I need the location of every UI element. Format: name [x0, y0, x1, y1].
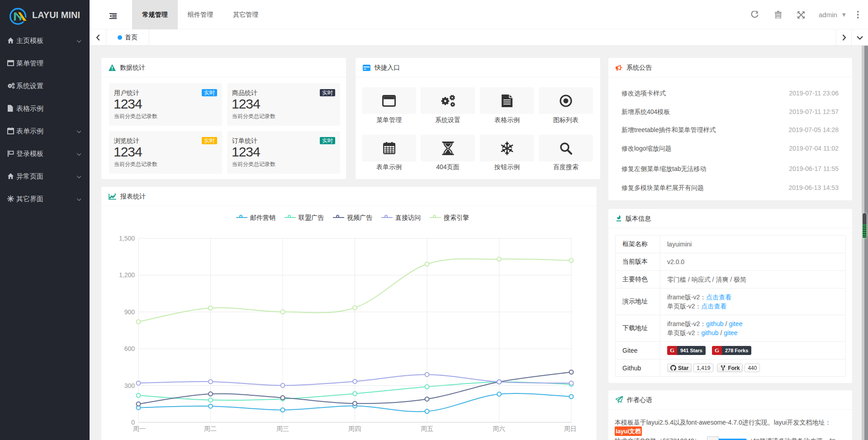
- svg-text:周六: 周六: [493, 425, 505, 432]
- svg-text:周二: 周二: [204, 425, 217, 432]
- svg-text:1,200: 1,200: [119, 271, 135, 279]
- svg-text:900: 900: [124, 308, 135, 316]
- svg-text:周四: 周四: [348, 425, 361, 432]
- svg-text:周一: 周一: [133, 425, 146, 432]
- svg-text:1,500: 1,500: [119, 235, 135, 242]
- svg-text:周五: 周五: [421, 425, 433, 432]
- svg-text:周日: 周日: [564, 425, 577, 432]
- svg-text:周三: 周三: [276, 425, 289, 432]
- svg-text:600: 600: [124, 345, 135, 352]
- svg-text:300: 300: [124, 382, 135, 389]
